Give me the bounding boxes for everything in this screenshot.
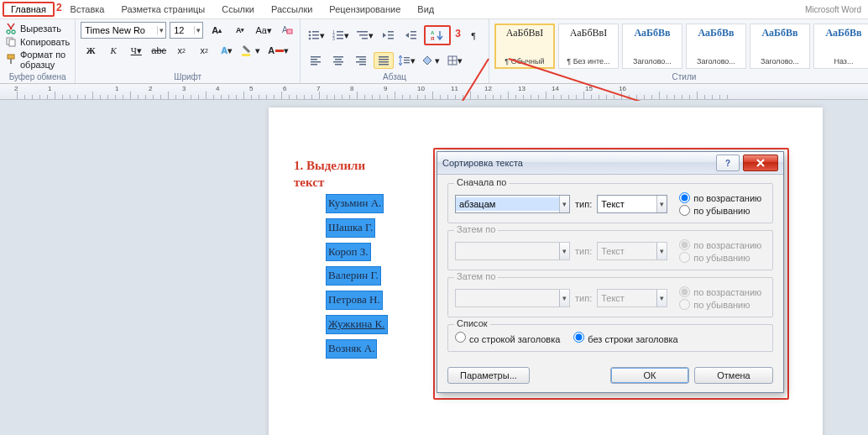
sort-text-dialog: Сортировка текста ? Сначала по ▾ тип: ▾ … bbox=[437, 151, 784, 393]
align-justify-button[interactable] bbox=[374, 52, 394, 69]
primary-field-combo[interactable]: ▾ bbox=[455, 195, 570, 213]
tab-mailings[interactable]: Рассылки bbox=[263, 2, 321, 17]
chevron-down-icon[interactable]: ▾ bbox=[559, 196, 569, 212]
superscript-button[interactable]: x2 bbox=[194, 42, 214, 59]
font-size-input[interactable] bbox=[170, 24, 194, 36]
selected-text-line[interactable]: Возняк А. bbox=[326, 339, 377, 359]
with-header-radio[interactable]: со строкой заголовка bbox=[455, 332, 560, 344]
strike-button[interactable]: abc bbox=[149, 42, 169, 59]
style-tile[interactable]: АаБбВвЗаголово... bbox=[750, 24, 810, 69]
style-sample: АаБбВвI bbox=[506, 27, 544, 39]
chevron-down-icon[interactable]: ▾ bbox=[656, 196, 667, 212]
show-marks-button[interactable]: ¶ bbox=[463, 27, 484, 44]
chevron-down-icon[interactable]: ▾ bbox=[559, 243, 569, 259]
chevron-down-icon[interactable]: ▾ bbox=[157, 26, 165, 34]
selected-text-line[interactable]: Жужкина К. bbox=[326, 315, 388, 334]
bold-button[interactable]: Ж bbox=[81, 42, 101, 59]
style-tile[interactable]: АаБбВвЗаголово... bbox=[686, 24, 746, 69]
parameters-button[interactable]: Параметры... bbox=[447, 367, 530, 384]
help-button[interactable]: ? bbox=[716, 155, 740, 171]
close-button[interactable] bbox=[743, 155, 778, 171]
ribbon: Вырезать Копировать Формат по образцу Бу… bbox=[0, 19, 868, 84]
align-left-button[interactable] bbox=[306, 52, 326, 69]
svg-rect-50 bbox=[404, 62, 410, 63]
svg-rect-40 bbox=[356, 56, 366, 58]
tertiary-desc-radio: по убыванию bbox=[679, 299, 761, 310]
font-name-input[interactable] bbox=[81, 24, 157, 36]
multilevel-button[interactable]: ▾ bbox=[354, 27, 376, 44]
primary-field-input[interactable] bbox=[456, 197, 559, 211]
sort-primary-legend: Сначала по bbox=[454, 177, 509, 187]
tab-review[interactable]: Рецензирование bbox=[321, 2, 409, 17]
selected-text-line[interactable]: Шашка Г. bbox=[326, 218, 375, 238]
selected-text-line[interactable]: Петрова Н. bbox=[326, 291, 383, 310]
dialog-titlebar[interactable]: Сортировка текста ? bbox=[437, 152, 783, 175]
text-effects-button[interactable]: A▾ bbox=[217, 42, 237, 59]
svg-rect-46 bbox=[379, 61, 389, 63]
primary-type-combo[interactable]: ▾ bbox=[597, 195, 667, 213]
group-label-clipboard: Буфер обмена bbox=[5, 72, 70, 81]
svg-rect-43 bbox=[359, 64, 366, 66]
selected-text-line[interactable]: Короп З. bbox=[326, 243, 371, 262]
change-case-button[interactable]: Aa▾ bbox=[254, 22, 274, 39]
horizontal-ruler[interactable]: 2112345678910111213141516 bbox=[0, 84, 868, 100]
without-header-radio[interactable]: без строки заголовка bbox=[573, 332, 677, 344]
shrink-font-button[interactable]: A▾ bbox=[230, 22, 250, 39]
subscript-button[interactable]: x2 bbox=[171, 42, 191, 59]
primary-asc-radio[interactable]: по возрастанию bbox=[679, 192, 761, 203]
chevron-down-icon[interactable]: ▾ bbox=[194, 26, 202, 34]
primary-type-input[interactable] bbox=[598, 197, 656, 211]
primary-desc-radio[interactable]: по убыванию bbox=[679, 205, 761, 216]
sort-tertiary-legend: Затем по bbox=[454, 271, 498, 281]
highlight-button[interactable]: ▾ bbox=[239, 42, 263, 59]
font-name-combo[interactable]: ▾ bbox=[81, 22, 166, 39]
selected-text-line[interactable]: Валерин Г. bbox=[326, 266, 381, 286]
align-center-button[interactable] bbox=[328, 52, 348, 69]
style-tile[interactable]: АаБбВвЗаголово... bbox=[622, 24, 682, 69]
cancel-button[interactable]: Отмена bbox=[694, 367, 773, 384]
italic-button[interactable]: К bbox=[103, 42, 123, 59]
svg-rect-18 bbox=[337, 34, 343, 36]
svg-rect-32 bbox=[311, 56, 321, 58]
copy-button[interactable]: Копировать bbox=[5, 36, 70, 48]
svg-rect-26 bbox=[388, 38, 394, 39]
font-size-combo[interactable]: ▾ bbox=[170, 22, 203, 39]
style-tile[interactable]: АаБбВвI¶ Обычный bbox=[494, 24, 555, 69]
secondary-field-combo[interactable]: ▾ bbox=[455, 242, 570, 260]
line-spacing-button[interactable]: ▾ bbox=[396, 52, 418, 69]
svg-rect-22 bbox=[359, 34, 368, 36]
clear-format-button[interactable]: A bbox=[277, 22, 297, 39]
svg-point-1 bbox=[12, 30, 15, 34]
sort-button[interactable]: АЯ bbox=[427, 27, 447, 44]
grow-font-button[interactable]: A▴ bbox=[207, 22, 227, 39]
svg-rect-39 bbox=[335, 64, 342, 66]
ok-button[interactable]: ОК bbox=[610, 367, 689, 384]
group-clipboard: Вырезать Копировать Формат по образцу Бу… bbox=[0, 19, 76, 83]
style-tile[interactable]: АаБбВвI¶ Без инте... bbox=[558, 24, 619, 69]
selected-names[interactable]: Кузьмин А.Шашка Г.Короп З.Валерин Г.Петр… bbox=[326, 194, 388, 364]
tab-home[interactable]: Главная bbox=[3, 2, 55, 17]
indent-inc-button[interactable] bbox=[401, 27, 421, 44]
underline-button[interactable]: Ч▾ bbox=[126, 42, 146, 59]
svg-point-0 bbox=[7, 30, 10, 34]
group-label-styles: Стили bbox=[494, 72, 868, 81]
shading-button[interactable]: ▾ bbox=[421, 52, 442, 69]
align-right-button[interactable] bbox=[351, 52, 371, 69]
tab-view[interactable]: Вид bbox=[409, 2, 442, 17]
numbering-button[interactable]: 123▾ bbox=[330, 27, 352, 44]
indent-dec-button[interactable] bbox=[379, 27, 399, 44]
bullets-button[interactable]: ▾ bbox=[306, 27, 327, 44]
svg-rect-10 bbox=[312, 31, 319, 33]
cut-button[interactable]: Вырезать bbox=[5, 23, 70, 34]
borders-button[interactable]: ▾ bbox=[445, 52, 465, 69]
tab-references[interactable]: Ссылки bbox=[213, 2, 263, 17]
selected-text-line[interactable]: Кузьмин А. bbox=[326, 194, 384, 213]
format-painter-button[interactable]: Формат по образцу bbox=[5, 50, 70, 70]
tertiary-type-combo: ▾ bbox=[597, 289, 667, 307]
tab-insert[interactable]: Вставка bbox=[62, 2, 113, 17]
tab-page-layout[interactable]: Разметка страницы bbox=[112, 2, 213, 17]
style-tile[interactable]: АаБбВвНаз... bbox=[813, 24, 868, 69]
cut-label: Вырезать bbox=[20, 24, 61, 34]
font-color-button[interactable]: A▾ bbox=[265, 42, 291, 59]
type-label: тип: bbox=[575, 199, 592, 209]
